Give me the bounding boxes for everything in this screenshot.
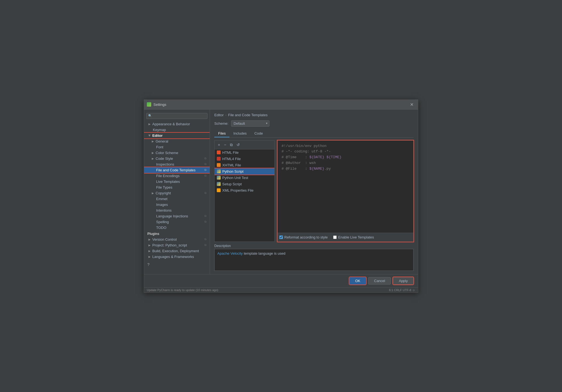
live-templates-checkbox-label[interactable]: Enable Live Templates — [333, 235, 374, 239]
sidebar-item-label: Live Templates — [156, 180, 180, 184]
setup-file-icon — [217, 182, 221, 186]
add-button[interactable]: + — [217, 142, 221, 147]
arrow-right-icon: ▶ — [152, 151, 154, 154]
sidebar-item-label: Copyright — [156, 191, 171, 195]
copy-icon: ⧉ — [204, 168, 206, 172]
sidebar-item-appearance[interactable]: ▶ Appearance & Behavior — [144, 121, 210, 127]
sidebar-item-label: Project: Python_script — [152, 243, 187, 247]
sidebar: 🔍 ▶ Appearance & Behavior Keymap ▶ Edito… — [144, 110, 210, 274]
copy-icon: ⧉ — [204, 191, 206, 195]
search-icon: 🔍 — [148, 114, 152, 118]
file-item-label: Setup Script — [222, 182, 242, 186]
tab-files[interactable]: Files — [214, 130, 229, 137]
settings-dialog: Settings ✕ 🔍 ▶ Appearance & Behavior Key… — [144, 100, 418, 293]
code-line-3: # @Time : ${DATE} ${TIME} — [282, 155, 341, 159]
sidebar-item-label: Editor — [152, 133, 163, 138]
live-templates-checkbox[interactable] — [333, 235, 337, 239]
status-bar: Update PyCharm is ready to update (10 mi… — [144, 287, 418, 292]
sidebar-item-todo[interactable]: TODO — [144, 225, 210, 231]
arrow-right-icon: ▶ — [148, 255, 151, 258]
file-item-xml[interactable]: XML Properties File — [215, 187, 274, 194]
sidebar-item-spelling[interactable]: Spelling ⧉ — [144, 219, 210, 225]
description-box[interactable]: Apache Velocity template language is use… — [214, 249, 414, 271]
search-input[interactable] — [153, 114, 206, 118]
copy-icon: ⧉ — [204, 174, 206, 177]
cancel-button[interactable]: Cancel — [368, 277, 391, 285]
sidebar-item-label: File Types — [156, 185, 172, 189]
copy-icon: ⧉ — [204, 243, 206, 247]
sidebar-item-label: Inspections — [156, 162, 174, 166]
copy-button[interactable]: ⧉ — [229, 142, 234, 148]
html4-file-icon — [217, 157, 221, 161]
sidebar-item-label: Build, Execution, Deployment — [152, 249, 199, 253]
sidebar-item-label: Images — [156, 203, 168, 207]
sidebar-item-label: TODO — [156, 226, 166, 230]
tab-includes[interactable]: Includes — [229, 130, 250, 137]
scheme-select-wrap[interactable]: Default Project — [231, 120, 269, 127]
breadcrumb-editor: Editor — [214, 113, 224, 117]
reformat-checkbox[interactable] — [279, 235, 283, 239]
sidebar-item-version-control[interactable]: ▶ Version Control ⧉ — [144, 237, 210, 242]
sidebar-item-editor[interactable]: ▶ Editor — [144, 133, 210, 138]
sidebar-item-build[interactable]: ▶ Build, Execution, Deployment — [144, 248, 210, 254]
file-item-python-script[interactable]: Python Script — [215, 168, 274, 175]
ok-button[interactable]: OK — [349, 277, 366, 285]
sidebar-item-label: Keymap — [153, 128, 166, 132]
sidebar-item-label: Emmet — [156, 197, 167, 201]
sidebar-item-copyright[interactable]: ▶ Copyright ⧉ — [144, 190, 210, 196]
scheme-row: Scheme: Default Project — [214, 120, 414, 127]
sidebar-item-inspections[interactable]: Inspections ⧉ — [144, 161, 210, 167]
help-button[interactable]: ? — [147, 262, 150, 267]
arrow-right-icon: ▶ — [148, 123, 151, 126]
status-right: 6:1 CRLF UTF-8 ☺ — [389, 288, 415, 292]
xhtml-file-icon — [217, 163, 221, 167]
sidebar-item-keymap[interactable]: Keymap — [144, 127, 210, 133]
sidebar-item-code-style[interactable]: ▶ Code Style ⧉ — [144, 156, 210, 161]
scheme-select[interactable]: Default Project — [231, 120, 269, 127]
sidebar-item-live-templates[interactable]: Live Templates — [144, 179, 210, 184]
file-item-label: HTML4 File — [222, 157, 241, 161]
title-bar-left: Settings — [147, 102, 166, 107]
sidebar-item-project[interactable]: ▶ Project: Python_script ⧉ — [144, 242, 210, 248]
file-list-toolbar: + − ⧉ ↺ — [215, 141, 274, 149]
file-item-xhtml[interactable]: XHTML File — [215, 162, 274, 168]
file-item-python-unit[interactable]: Python Unit Test — [215, 175, 274, 181]
sidebar-item-file-code-templates[interactable]: File and Code Templates ⧉ — [144, 167, 210, 173]
sidebar-item-images[interactable]: Images — [144, 202, 210, 208]
sidebar-item-label: Version Control — [152, 237, 177, 242]
description-section: Description Apache Velocity template lan… — [214, 244, 414, 271]
reformat-checkbox-label[interactable]: Reformat according to style — [279, 235, 328, 239]
apache-velocity-link[interactable]: Apache Velocity — [217, 251, 243, 255]
sidebar-item-label: Font — [156, 145, 163, 149]
tab-code[interactable]: Code — [251, 130, 267, 137]
sidebar-item-intentions[interactable]: Intentions — [144, 208, 210, 213]
sidebar-item-languages[interactable]: ▶ Languages & Frameworks — [144, 254, 210, 260]
arrow-right-icon: ▶ — [148, 244, 151, 247]
status-left: Update PyCharm is ready to update (10 mi… — [147, 288, 218, 292]
sidebar-item-label: Language Injections — [156, 214, 188, 218]
scheme-label: Scheme: — [214, 121, 228, 126]
apply-button[interactable]: Apply — [393, 277, 414, 285]
sidebar-item-file-types[interactable]: File Types — [144, 184, 210, 190]
code-editor[interactable]: #!/usr/bin/env python # -*- coding: utf-… — [278, 141, 413, 233]
arrow-right-icon: ▶ — [152, 192, 154, 195]
close-button[interactable]: ✕ — [408, 101, 415, 108]
sidebar-item-font[interactable]: Font — [144, 144, 210, 150]
search-box[interactable]: 🔍 — [146, 113, 207, 119]
sidebar-item-emmet[interactable]: Emmet — [144, 196, 210, 202]
sidebar-item-color-scheme[interactable]: ▶ Color Scheme — [144, 150, 210, 156]
arrow-right-icon: ▶ — [152, 157, 154, 160]
file-item-setup[interactable]: Setup Script — [215, 181, 274, 187]
file-item-label: XHTML File — [222, 163, 241, 167]
remove-button[interactable]: − — [223, 142, 227, 147]
file-item-html[interactable]: HTML File — [215, 149, 274, 156]
sidebar-item-file-encodings[interactable]: File Encodings ⧉ — [144, 173, 210, 179]
pyunit-file-icon — [217, 176, 221, 180]
sidebar-item-general[interactable]: ▶ General — [144, 138, 210, 144]
reset-button[interactable]: ↺ — [235, 142, 241, 147]
code-line-1: #!/usr/bin/env python — [282, 144, 327, 148]
file-item-html4[interactable]: HTML4 File — [215, 156, 274, 162]
sidebar-item-language-injections[interactable]: Language Injections ⧉ — [144, 213, 210, 219]
arrow-right-icon: ▶ — [152, 140, 154, 143]
reformat-label: Reformat according to style — [284, 235, 328, 239]
